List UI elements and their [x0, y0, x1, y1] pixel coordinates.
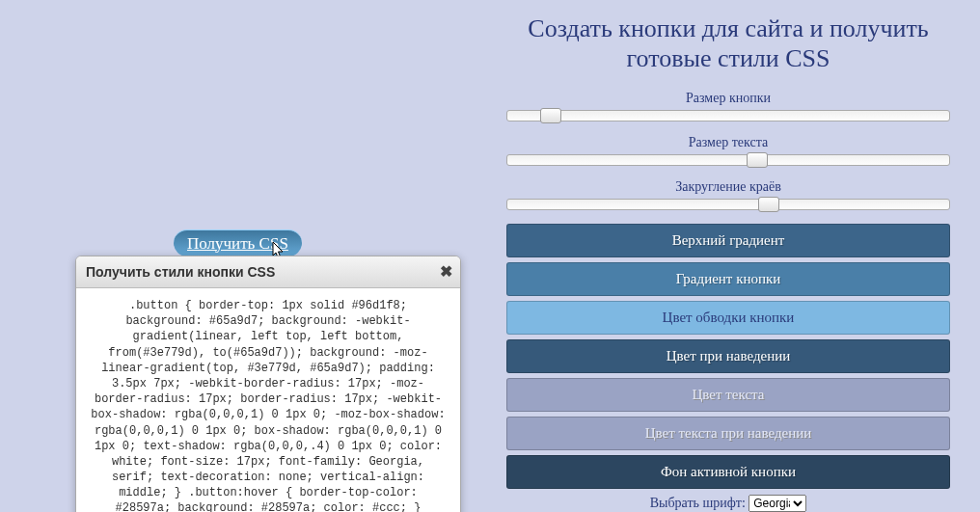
css-output[interactable]: .button { border-top: 1px solid #96d1f8;…	[76, 288, 460, 512]
css-dialog-title: Получить стили кнопки CSS	[86, 264, 275, 280]
font-select[interactable]: Georgia	[749, 495, 806, 512]
font-row: Выбрать шрифт: Georgia	[477, 495, 979, 512]
close-icon[interactable]: ✖	[440, 262, 452, 281]
border-color-button[interactable]: Цвет обводки кнопки	[506, 301, 950, 335]
slider-label: Размер кнопки	[477, 91, 979, 106]
hover-color-button[interactable]: Цвет при наведении	[506, 339, 950, 373]
active-bg-button[interactable]: Фон активной кнопки	[506, 455, 950, 489]
font-label: Выбрать шрифт:	[650, 496, 746, 510]
slider-track[interactable]	[506, 199, 950, 210]
preview-button[interactable]: Получить CSS	[174, 229, 302, 256]
hover-text-button[interactable]: Цвет текста при наведении	[506, 417, 950, 450]
slider-track[interactable]	[506, 154, 950, 166]
preview-panel: Получить CSS Получить стили кнопки CSS ✖…	[0, 0, 473, 512]
slider-label: Размер текста	[477, 135, 979, 150]
slider-thumb[interactable]	[758, 197, 779, 212]
controls-panel: Создать кнопки для сайта и получить гото…	[477, 0, 979, 512]
css-dialog: Получить стили кнопки CSS ✖ .button { bo…	[75, 256, 461, 512]
slider-thumb[interactable]	[747, 152, 768, 168]
text-color-button[interactable]: Цвет текста	[506, 378, 950, 412]
slider-border-radius: Закругление краёв	[477, 179, 979, 210]
slider-track[interactable]	[506, 110, 950, 121]
page-title: Создать кнопки для сайта и получить гото…	[477, 13, 979, 73]
css-dialog-header[interactable]: Получить стили кнопки CSS ✖	[76, 256, 460, 288]
slider-thumb[interactable]	[540, 108, 561, 123]
top-gradient-button[interactable]: Верхний градиент	[506, 224, 950, 257]
slider-text-size: Размер текста	[477, 135, 979, 166]
button-gradient-button[interactable]: Градиент кнопки	[506, 262, 950, 296]
slider-label: Закругление краёв	[477, 179, 979, 195]
slider-button-size: Размер кнопки	[477, 91, 979, 121]
